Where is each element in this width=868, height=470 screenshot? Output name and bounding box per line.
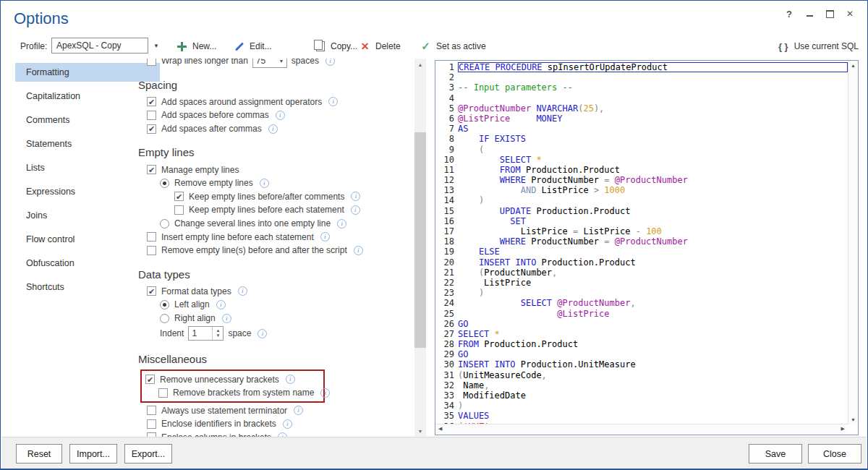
help-icon[interactable]: ?	[779, 7, 799, 21]
line-number: 25	[435, 309, 458, 319]
info-icon[interactable]: i	[268, 124, 278, 134]
checkbox-remove-brackets-from-system-name[interactable]	[158, 388, 168, 398]
editor-vertical-scrollbar[interactable]: ▲ ▼	[848, 61, 858, 424]
scroll-down-icon[interactable]: ▼	[414, 425, 426, 437]
wrap-length-input[interactable]: 75▼	[252, 59, 287, 68]
scroll-down-icon[interactable]: ▼	[848, 417, 858, 422]
checkbox-format-data-types[interactable]: ✔	[147, 286, 156, 296]
set-as-active-button[interactable]: ✓ Set as active	[420, 38, 486, 55]
minimize-icon[interactable]	[799, 7, 820, 21]
close-icon[interactable]: ✕	[840, 7, 860, 21]
checkbox-remove-unnecessary-brackets[interactable]: ✔	[145, 375, 155, 384]
checkbox-enclose-identifiers-in-brackets[interactable]	[147, 419, 156, 429]
checkbox-remove-empty-line-s-before-and-after-the-script[interactable]	[147, 246, 156, 255]
code-text: @ListPrice	[458, 309, 848, 319]
checkbox-add-spaces-around-assignment-operators[interactable]: ✔	[147, 97, 156, 106]
info-icon[interactable]: i	[283, 419, 292, 429]
line-number: 12	[435, 175, 458, 185]
setting-row-remove-brackets-from-system-name: Remove brackets from system namei	[142, 386, 323, 400]
code-text: GO	[458, 349, 848, 359]
info-icon[interactable]: i	[222, 314, 231, 323]
settings-scrollbar[interactable]: ▲ ▼	[414, 59, 426, 437]
info-icon[interactable]: i	[276, 111, 285, 120]
scroll-up-icon[interactable]: ▲	[848, 63, 858, 68]
setting-suffix: space	[228, 328, 251, 338]
checkbox-wrap-lines-longer-than[interactable]	[147, 59, 156, 66]
code-line: 15 UPDATE Production.Product	[435, 206, 848, 216]
sql-preview-editor[interactable]: 1CREATE PROCEDURE spInsertOrUpdateProduc…	[435, 60, 859, 435]
info-icon[interactable]: i	[328, 97, 338, 106]
scroll-right-icon[interactable]: ▶	[841, 426, 845, 432]
delete-profile-button[interactable]: ✕ Delete	[359, 38, 401, 55]
section-header-spacing: Spacing	[138, 78, 419, 93]
setting-label: Wrap lines longer than	[161, 59, 248, 66]
save-button[interactable]: Save	[749, 444, 802, 463]
use-current-sql-button[interactable]: { } Use current SQL	[778, 38, 859, 55]
indent-stepper[interactable]: 1▲▼	[188, 326, 224, 341]
info-icon[interactable]: i	[337, 219, 346, 228]
radio-remove-empty-lines[interactable]	[160, 179, 169, 188]
info-icon[interactable]: i	[258, 329, 267, 338]
info-icon[interactable]: i	[326, 59, 335, 66]
new-profile-button[interactable]: New...	[176, 38, 216, 55]
radio-right-align[interactable]	[160, 314, 169, 323]
code-line: 26GO	[435, 319, 848, 329]
checkbox-add-spaces-after-commas[interactable]: ✔	[147, 124, 156, 134]
scroll-left-icon[interactable]: ◀	[438, 426, 442, 432]
import-button[interactable]: Import...	[69, 444, 117, 463]
code-text: (ProductNumber,	[458, 268, 848, 278]
scroll-up-icon[interactable]: ▲	[414, 59, 426, 70]
code-line: 33 ModifiedDate	[435, 390, 848, 401]
checkbox-add-spaces-before-commas[interactable]	[147, 111, 156, 120]
info-icon[interactable]: i	[286, 375, 295, 384]
export-button[interactable]: Export...	[124, 444, 172, 463]
setting-row-add-spaces-after-commas: ✔Add spaces after commasi	[137, 122, 419, 136]
checkbox-manage-empty-lines[interactable]: ✔	[147, 165, 156, 174]
code-line: 10 SELECT *	[435, 155, 848, 165]
reset-button[interactable]: Reset	[16, 444, 62, 463]
setting-row-remove-unnecessary-brackets: ✔Remove unnecessary bracketsi	[142, 372, 323, 386]
code-text: UPDATE Production.Product	[458, 206, 848, 216]
info-icon[interactable]: i	[238, 286, 247, 296]
checkbox-insert-empty-line-before-each-statement[interactable]	[147, 232, 156, 242]
close-button[interactable]: Close	[808, 444, 861, 463]
info-icon[interactable]: i	[320, 232, 330, 242]
code-line: 29GO	[435, 349, 848, 359]
sidebar-item-label: Comments	[26, 115, 69, 125]
info-icon[interactable]: i	[351, 205, 360, 215]
chevron-down-icon[interactable]: ▼	[276, 59, 286, 64]
code-text: SELECT @ProductNumber,	[458, 298, 848, 308]
checkbox-keep-empty-lines-before-each-statement[interactable]	[174, 205, 184, 215]
code-line: 5@ProductNumber NVARCHAR(25),	[435, 103, 848, 114]
editor-horizontal-scrollbar[interactable]: ◀ ▶	[435, 424, 848, 434]
checkbox-always-use-statement-terminator[interactable]	[147, 406, 156, 415]
info-icon[interactable]: i	[216, 300, 226, 309]
radio-change-several-lines-into-one-empty-line[interactable]	[160, 219, 169, 228]
info-icon[interactable]: i	[351, 192, 360, 201]
profile-combobox[interactable]: ApexSQL - Copy	[51, 38, 148, 54]
code-line: 31(UnitMeasureCode,	[435, 370, 848, 380]
checkbox-keep-empty-lines-before-after-comments[interactable]: ✔	[174, 192, 184, 201]
maximize-icon[interactable]	[820, 7, 840, 21]
line-number: 21	[435, 268, 458, 278]
setting-row-remove-empty-line-s-before-and-after-the-script: Remove empty line(s) before and after th…	[137, 244, 419, 257]
code-text: INSERT INTO Production.Product	[458, 257, 848, 268]
info-icon[interactable]: i	[320, 388, 330, 398]
chevron-down-icon[interactable]: ▼	[150, 38, 163, 54]
stepper-arrows-icon[interactable]: ▲▼	[212, 327, 223, 340]
info-icon[interactable]: i	[294, 406, 303, 415]
info-icon[interactable]: i	[260, 179, 269, 188]
line-number: 16	[435, 216, 458, 226]
radio-left-align[interactable]	[160, 300, 169, 309]
edit-profile-button[interactable]: Edit...	[234, 38, 272, 55]
info-icon[interactable]: i	[354, 246, 363, 255]
code-text: (UnitMeasureCode,	[458, 370, 848, 380]
setting-label: Left align	[174, 299, 210, 309]
line-number: 27	[435, 329, 458, 339]
scrollbar-thumb[interactable]	[414, 132, 426, 348]
code-text	[458, 72, 848, 82]
code-text: ELSE	[458, 247, 848, 257]
setting-row-insert-empty-line-before-each-statement: Insert empty line before each statementi	[137, 230, 419, 244]
profile-label: Profile:	[20, 41, 47, 51]
copy-profile-button[interactable]: Copy...	[315, 38, 357, 55]
